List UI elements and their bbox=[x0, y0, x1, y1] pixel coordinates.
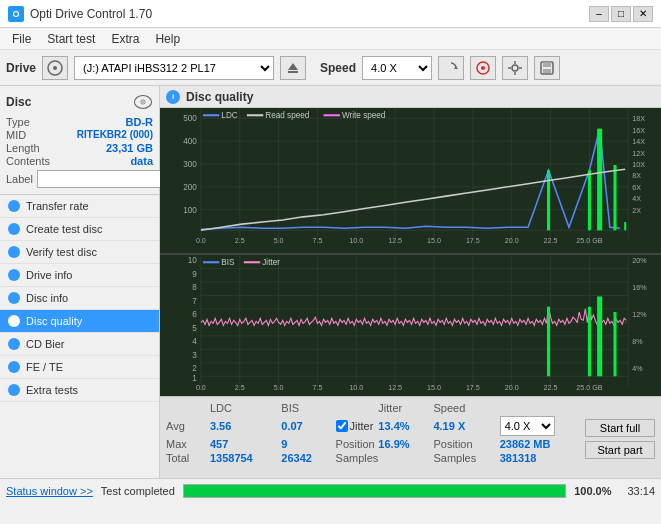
max-bis: 9 bbox=[281, 437, 335, 451]
svg-text:16X: 16X bbox=[632, 126, 645, 135]
speed-dropdown[interactable]: 4.0 X bbox=[500, 416, 555, 436]
nav-dot bbox=[8, 338, 20, 350]
disc-label-input[interactable] bbox=[37, 170, 170, 188]
jitter-checkbox[interactable] bbox=[336, 420, 348, 432]
nav-dot-active bbox=[8, 315, 20, 327]
svg-rect-73 bbox=[160, 255, 661, 396]
svg-text:8: 8 bbox=[192, 283, 197, 292]
svg-text:20.0: 20.0 bbox=[505, 236, 519, 245]
svg-text:3: 3 bbox=[192, 351, 197, 360]
drive-icon-button[interactable] bbox=[42, 56, 68, 80]
nav-label-disc-info: Disc info bbox=[26, 292, 68, 304]
app-icon: O bbox=[8, 6, 24, 22]
bottom-chart-svg: 10 9 8 7 6 5 4 3 2 1 20% 16% 12% 8% 4% bbox=[160, 255, 661, 396]
sidebar-item-drive-info[interactable]: Drive info bbox=[0, 264, 159, 287]
disc-type-label: Type bbox=[6, 116, 30, 128]
nav-menu: Transfer rate Create test disc Verify te… bbox=[0, 195, 159, 402]
jitter-label: Jitter bbox=[350, 420, 374, 432]
sidebar-item-disc-quality[interactable]: Disc quality bbox=[0, 310, 159, 333]
maximize-button[interactable]: □ bbox=[611, 6, 631, 22]
sidebar-item-fe-te[interactable]: FE / TE bbox=[0, 356, 159, 379]
svg-text:20.0: 20.0 bbox=[505, 383, 519, 392]
nav-label-cd-bier: CD Bier bbox=[26, 338, 65, 350]
disc-header-text: Disc bbox=[6, 95, 31, 109]
nav-dot bbox=[8, 292, 20, 304]
menu-start-test[interactable]: Start test bbox=[39, 30, 103, 48]
svg-text:4X: 4X bbox=[632, 194, 641, 203]
speed-value: 4.19 X bbox=[433, 415, 499, 437]
refresh-button[interactable] bbox=[438, 56, 464, 80]
close-button[interactable]: ✕ bbox=[633, 6, 653, 22]
svg-text:12X: 12X bbox=[632, 149, 645, 158]
svg-text:17.5: 17.5 bbox=[466, 383, 480, 392]
save-button[interactable] bbox=[534, 56, 560, 80]
svg-text:22.5: 22.5 bbox=[544, 383, 558, 392]
menu-help[interactable]: Help bbox=[147, 30, 188, 48]
start-full-button[interactable]: Start full bbox=[585, 419, 655, 437]
drive-select[interactable]: (J:) ATAPI iHBS312 2 PL17 bbox=[74, 56, 274, 80]
app-title: Opti Drive Control 1.70 bbox=[30, 7, 152, 21]
svg-text:15.0: 15.0 bbox=[427, 236, 441, 245]
sidebar-item-create-test-disc[interactable]: Create test disc bbox=[0, 218, 159, 241]
disc-icon bbox=[133, 92, 153, 112]
sidebar-item-verify-test-disc[interactable]: Verify test disc bbox=[0, 241, 159, 264]
status-window-button[interactable]: Status window >> bbox=[6, 485, 93, 497]
svg-text:100: 100 bbox=[183, 206, 197, 215]
svg-text:Read speed: Read speed bbox=[265, 111, 309, 120]
disc-header: Disc bbox=[6, 92, 153, 112]
svg-text:5.0: 5.0 bbox=[274, 236, 284, 245]
svg-text:12.5: 12.5 bbox=[388, 383, 402, 392]
svg-text:500: 500 bbox=[183, 114, 197, 123]
svg-point-17 bbox=[142, 101, 143, 102]
menu-extra[interactable]: Extra bbox=[103, 30, 147, 48]
eject-button[interactable] bbox=[280, 56, 306, 80]
menu-file[interactable]: File bbox=[4, 30, 39, 48]
svg-point-7 bbox=[512, 65, 518, 71]
avg-ldc: 3.56 bbox=[210, 415, 281, 437]
menu-bar: File Start test Extra Help bbox=[0, 28, 661, 50]
position-label: Position bbox=[336, 437, 379, 451]
speed-select[interactable]: 4.0 X 2.0 X 1.0 X bbox=[362, 56, 432, 80]
svg-marker-2 bbox=[288, 63, 298, 70]
svg-text:400: 400 bbox=[183, 137, 197, 146]
nav-label-verify-test-disc: Verify test disc bbox=[26, 246, 97, 258]
svg-text:6: 6 bbox=[192, 310, 197, 319]
svg-text:5: 5 bbox=[192, 324, 197, 333]
svg-rect-3 bbox=[288, 71, 298, 73]
nav-label-disc-quality: Disc quality bbox=[26, 315, 82, 327]
disc-contents-label: Contents bbox=[6, 155, 50, 167]
svg-text:300: 300 bbox=[183, 160, 197, 169]
start-part-button[interactable]: Start part bbox=[585, 441, 655, 459]
charts-container: 500 400 300 200 100 18X 16X 14X 12X 10X … bbox=[160, 108, 661, 396]
nav-dot bbox=[8, 384, 20, 396]
minimize-button[interactable]: – bbox=[589, 6, 609, 22]
svg-text:12%: 12% bbox=[632, 310, 647, 319]
svg-text:4: 4 bbox=[192, 337, 197, 346]
nav-label-fe-te: FE / TE bbox=[26, 361, 63, 373]
title-bar: O Opti Drive Control 1.70 – □ ✕ bbox=[0, 0, 661, 28]
sidebar-item-disc-info[interactable]: Disc info bbox=[0, 287, 159, 310]
svg-rect-71 bbox=[324, 114, 340, 116]
svg-marker-4 bbox=[454, 66, 458, 69]
settings-button[interactable] bbox=[502, 56, 528, 80]
disc-contents-value: data bbox=[130, 155, 153, 167]
sidebar-item-cd-bier[interactable]: CD Bier bbox=[0, 333, 159, 356]
disc-button[interactable] bbox=[470, 56, 496, 80]
svg-text:25.0 GB: 25.0 GB bbox=[576, 236, 602, 245]
svg-rect-14 bbox=[543, 69, 551, 73]
samples-value: 381318 bbox=[500, 451, 577, 465]
stats-table: LDC BIS Jitter Speed Avg 3.56 0.07 Jitte… bbox=[166, 401, 577, 465]
disc-type-row: Type BD-R bbox=[6, 116, 153, 128]
svg-text:8X: 8X bbox=[632, 171, 641, 180]
sidebar-item-transfer-rate[interactable]: Transfer rate bbox=[0, 195, 159, 218]
position-label-text: Position bbox=[433, 437, 499, 451]
total-ldc: 1358754 bbox=[210, 451, 281, 465]
svg-text:5.0: 5.0 bbox=[274, 383, 284, 392]
nav-label-drive-info: Drive info bbox=[26, 269, 72, 281]
avg-label: Avg bbox=[166, 415, 210, 437]
nav-label-create-test-disc: Create test disc bbox=[26, 223, 102, 235]
svg-text:Write speed: Write speed bbox=[342, 111, 386, 120]
nav-label-extra-tests: Extra tests bbox=[26, 384, 78, 396]
speed-label: Speed bbox=[320, 61, 356, 75]
sidebar-item-extra-tests[interactable]: Extra tests bbox=[0, 379, 159, 402]
